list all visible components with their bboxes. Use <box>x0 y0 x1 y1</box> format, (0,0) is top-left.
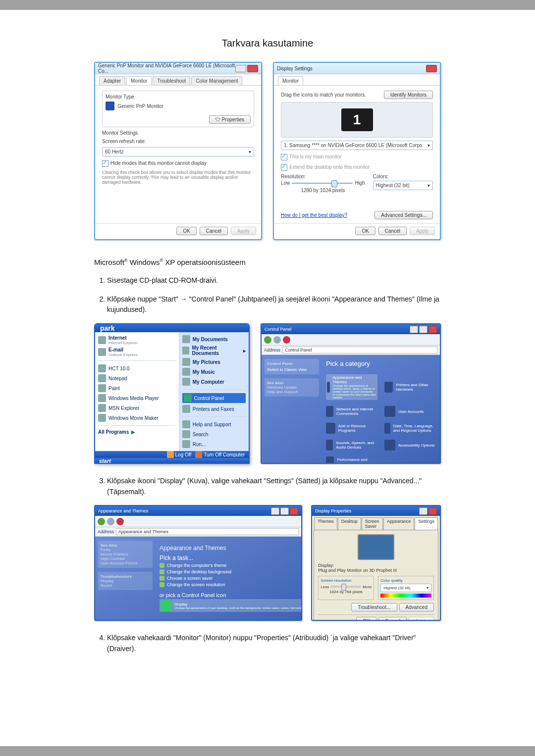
tab-appearance[interactable]: Appearance <box>383 517 415 530</box>
maximize-button[interactable] <box>419 326 428 333</box>
task-resolution[interactable]: Change the screen resolution <box>160 582 297 587</box>
stop-button[interactable] <box>116 518 124 525</box>
identify-monitors-button[interactable]: Identify Monitors <box>384 91 433 99</box>
start-hct[interactable]: HCT 10.0 <box>98 364 176 372</box>
ok-button[interactable]: OK <box>176 227 196 235</box>
start-paint[interactable]: Paint <box>98 384 176 392</box>
ok-button[interactable]: OK <box>355 227 375 235</box>
cancel-button[interactable]: Cancel <box>378 227 407 235</box>
address-bar[interactable]: Address Appearance and Themes <box>95 527 301 537</box>
side-link[interactable]: Mouse Pointers <box>101 552 150 556</box>
window-titlebar[interactable]: Control Panel <box>262 324 440 334</box>
tab-monitor[interactable]: Monitor <box>126 76 152 85</box>
category-sound[interactable]: Sounds, Speech, and Audio Devices <box>326 440 377 451</box>
see-also-link[interactable]: Windows Update <box>267 385 317 390</box>
tab-troubleshoot[interactable]: Troubleshoot <box>153 76 190 85</box>
advanced-button[interactable]: Advanced <box>399 603 434 611</box>
switch-view-link[interactable]: Switch to Classic View <box>267 367 317 372</box>
help-link[interactable]: How do I get the best display? <box>281 212 347 218</box>
category-addremove[interactable]: Add or Remove Programs <box>326 423 377 434</box>
properties-button[interactable]: 🛡 Properties <box>209 115 251 124</box>
see-also-link[interactable]: Help and Support <box>267 390 317 394</box>
monitor-select[interactable]: 1. Samsung **** on NVIDIA GeForce 6600 L… <box>281 141 433 150</box>
close-button[interactable] <box>290 507 298 515</box>
tab-monitor[interactable]: Monitor <box>278 76 303 85</box>
side-link[interactable]: User Account Picture <box>101 561 150 565</box>
ok-button[interactable]: OK <box>356 617 376 621</box>
start-wmp[interactable]: Windows Media Player <box>98 394 176 402</box>
side-link[interactable]: Fonts <box>101 548 150 552</box>
start-control-panel[interactable]: Control Panel <box>182 393 246 403</box>
stop-button[interactable] <box>283 336 290 344</box>
minimize-button[interactable] <box>271 507 279 515</box>
start-mymusic[interactable]: My Music <box>182 368 246 376</box>
logoff-button[interactable]: Log Off <box>167 451 192 458</box>
category-accessibility[interactable]: Accessibility Options <box>384 440 436 451</box>
help-button[interactable] <box>419 507 428 515</box>
forward-button[interactable] <box>273 336 281 344</box>
help-button[interactable] <box>235 65 246 72</box>
colors-select[interactable]: Highest (32 bit) ▾ <box>373 181 433 190</box>
start-email[interactable]: E-mailOutlook Express <box>98 347 176 357</box>
start-all-programs[interactable]: All Programs ▶ <box>98 429 176 435</box>
cancel-button[interactable]: Cancel <box>378 617 407 621</box>
back-button[interactable] <box>264 336 271 344</box>
cp-icon-display[interactable]: DisplayChange the appearance of your des… <box>160 599 302 612</box>
color-quality-select[interactable]: Highest (32 bit) ▾ <box>380 584 431 592</box>
troubleshooter-link[interactable]: Sound <box>101 583 150 588</box>
task-theme[interactable]: Change the computer's theme <box>160 563 297 568</box>
start-help[interactable]: Help and Support <box>182 420 246 428</box>
monitor-layout-preview[interactable]: 1 <box>281 102 433 138</box>
troubleshooter-link[interactable]: Display <box>101 579 150 583</box>
hide-modes-checkbox-row[interactable]: Hide modes that this monitor cannot disp… <box>102 160 254 167</box>
start-wmm[interactable]: Windows Movie Maker <box>98 414 176 422</box>
dialog-titlebar[interactable]: Display Settings <box>274 63 440 74</box>
hide-modes-checkbox[interactable] <box>102 160 108 167</box>
category-user[interactable]: User Accounts <box>384 406 436 417</box>
category-performance[interactable]: Performance and Maintenance <box>326 456 377 464</box>
task-background[interactable]: Change the desktop background <box>160 569 297 574</box>
cancel-button[interactable]: Cancel <box>200 227 228 235</box>
turnoff-button[interactable]: Turn Off Computer <box>195 451 245 458</box>
troubleshoot-button[interactable]: Troubleshoot... <box>351 603 397 611</box>
start-internet[interactable]: InternetInternet Explorer <box>98 335 176 345</box>
side-link[interactable]: High Contrast <box>101 556 150 561</box>
start-printers[interactable]: Printers and Faxes <box>182 405 246 413</box>
start-mydocs[interactable]: My Documents <box>182 335 246 343</box>
start-mypics[interactable]: My Pictures <box>182 358 246 366</box>
tab-color-management[interactable]: Color Management <box>191 76 242 85</box>
tab-settings[interactable]: Settings <box>415 517 438 530</box>
maximize-button[interactable] <box>280 507 289 515</box>
resolution-slider[interactable] <box>330 586 361 588</box>
task-screensaver[interactable]: Choose a screen saver <box>160 576 297 581</box>
category-datetime[interactable]: Date, Time, Language, and Regional Optio… <box>384 423 436 434</box>
window-titlebar[interactable]: Appearance and Themes <box>95 506 301 516</box>
start-msn[interactable]: MSN Explorer <box>98 404 176 412</box>
category-appearance[interactable]: Appearance and ThemesChange the appearan… <box>326 374 377 400</box>
category-printers[interactable]: Printers and Other Hardware <box>384 374 436 400</box>
close-button[interactable] <box>426 65 437 72</box>
back-button[interactable] <box>98 518 105 525</box>
dialog-titlebar[interactable]: Generic PnP Monitor and NVIDIA GeForce 6… <box>95 63 261 74</box>
refresh-rate-select[interactable]: 60 Hertz ▾ <box>102 147 254 156</box>
close-button[interactable] <box>428 326 437 333</box>
start-mycomputer[interactable]: My Computer <box>182 378 246 386</box>
tab-themes[interactable]: Themes <box>314 517 337 530</box>
minimize-button[interactable] <box>410 326 418 333</box>
start-search[interactable]: Search <box>182 430 246 438</box>
dialog-titlebar[interactable]: Display Properties <box>312 506 440 516</box>
start-notepad[interactable]: Notepad <box>98 374 176 382</box>
start-button[interactable]: start <box>95 458 249 464</box>
monitor-1-icon[interactable]: 1 <box>341 108 373 131</box>
resolution-slider[interactable] <box>292 183 353 184</box>
advanced-settings-button[interactable]: Advanced Settings... <box>374 211 433 219</box>
address-bar[interactable]: Address Control Panel <box>262 346 440 355</box>
tab-desktop[interactable]: Desktop <box>338 517 361 530</box>
close-button[interactable] <box>247 65 258 72</box>
close-button[interactable] <box>428 507 437 515</box>
category-network[interactable]: Network and Internet Connections <box>326 406 377 417</box>
tab-adapter[interactable]: Adapter <box>99 76 125 85</box>
forward-button[interactable] <box>107 518 114 525</box>
tab-screensaver[interactable]: Screen Saver <box>362 517 383 530</box>
start-run[interactable]: Run... <box>182 440 246 448</box>
